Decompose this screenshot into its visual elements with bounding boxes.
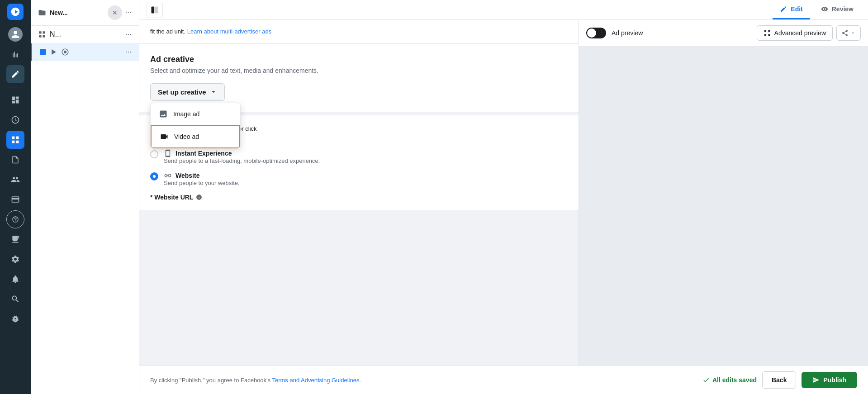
clock-icon[interactable] (6, 111, 24, 129)
website-url-label: * Website URL (150, 194, 568, 201)
grid-item-label: N... (50, 30, 61, 38)
instant-experience-option[interactable]: Instant Experience Send people to a fast… (150, 149, 568, 164)
stats-icon[interactable] (6, 45, 24, 63)
website-sublabel: Send people to your website. (164, 180, 240, 186)
secondary-header-1: New... ✕ ··· (31, 0, 139, 26)
video-ad-icon (159, 131, 170, 142)
help-icon[interactable] (6, 210, 24, 228)
payment-icon[interactable] (6, 190, 24, 209)
saved-status: All edits saved (702, 376, 757, 384)
svg-rect-0 (40, 49, 46, 55)
preview-header-right: Advanced preview (757, 25, 861, 41)
more-options-1[interactable]: ··· (126, 9, 132, 17)
review-tab[interactable]: Review (814, 0, 861, 19)
edit-tab-label: Edit (791, 5, 802, 13)
checkmark-icon (702, 376, 710, 384)
ad-preview-label: Ad preview (612, 29, 643, 37)
more-options-2[interactable]: ··· (126, 30, 132, 38)
share-button[interactable] (836, 25, 861, 41)
chevron-down-icon (210, 88, 217, 95)
website-icon (164, 171, 172, 180)
report-icon[interactable] (6, 230, 24, 248)
settings-icon[interactable] (6, 250, 24, 268)
more-options-3[interactable]: ··· (126, 48, 132, 56)
advanced-preview-button[interactable]: Advanced preview (757, 25, 833, 41)
setup-creative-dropdown: Image ad Video ad (150, 103, 241, 149)
preview-content-area (579, 47, 868, 366)
bell-icon[interactable] (6, 270, 24, 288)
notice-text: fit the ad unit. (150, 28, 185, 35)
ad-creative-subtitle: Select and optimize your ad text, media … (150, 67, 568, 74)
terms-link[interactable]: Terms and Advertising Guidelines. (272, 377, 361, 384)
svg-rect-2 (152, 6, 155, 13)
setup-creative-wrapper: Set up creative Image ad (150, 83, 225, 101)
secondary-item-grid[interactable]: N... ··· (31, 26, 139, 43)
publish-icon (812, 376, 820, 384)
audience-icon[interactable] (6, 171, 24, 189)
grid-icon[interactable] (6, 131, 24, 149)
secondary-item-active[interactable]: ··· (31, 43, 139, 61)
document-icon[interactable] (6, 151, 24, 169)
bottom-bar-actions: All edits saved Back Publish (702, 371, 857, 389)
toggle-knob (587, 28, 596, 38)
image-ad-icon (158, 109, 169, 119)
setup-creative-label: Set up creative (158, 88, 206, 96)
form-panel: fit the ad unit. Learn about multi-adver… (139, 20, 579, 366)
ad-creative-title: Ad creative (150, 55, 568, 64)
website-option[interactable]: Website Send people to your website. (150, 171, 568, 186)
folder-label: New... (50, 9, 68, 16)
content-area: fit the ad unit. Learn about multi-adver… (139, 20, 868, 366)
instant-icon (164, 149, 172, 157)
bottom-bar-terms: By clicking "Publish," you agree to Face… (150, 377, 361, 384)
website-label: Website (175, 172, 199, 179)
edit-review-tabs: Edit Review (139, 0, 868, 20)
review-tab-label: Review (832, 5, 854, 13)
info-icon (196, 194, 202, 200)
instant-sublabel: Send people to a fast-loading, mobile-op… (164, 157, 320, 164)
share-icon (841, 29, 849, 37)
website-radio[interactable] (150, 172, 158, 180)
video-ad-option[interactable]: Video ad (151, 125, 240, 148)
image-ad-label: Image ad (173, 110, 199, 118)
main-content: Edit Review fit the ad unit. Learn about… (139, 0, 868, 394)
sidebar-divider-1 (6, 87, 24, 87)
folder-item[interactable]: New... (38, 9, 68, 17)
learn-link[interactable]: Learn about multi-advertiser ads (187, 28, 271, 35)
image-ad-option[interactable]: Image ad (151, 103, 240, 125)
instant-radio[interactable] (150, 150, 158, 158)
top-notice: fit the ad unit. Learn about multi-adver… (139, 20, 579, 44)
left-sidebar (0, 0, 31, 394)
video-ad-label: Video ad (174, 133, 199, 140)
ad-preview-toggle[interactable] (586, 28, 606, 38)
avatar-icon[interactable] (6, 25, 24, 43)
svg-rect-3 (155, 6, 158, 13)
ad-creative-section: Ad creative Select and optimize your ad … (139, 44, 579, 112)
preview-panel: Ad preview Advanced preview (579, 20, 868, 366)
preview-header-left: Ad preview (586, 28, 643, 38)
advanced-preview-label: Advanced preview (774, 29, 826, 37)
close-button[interactable]: ✕ (108, 5, 122, 20)
edit-tab[interactable]: Edit (773, 0, 810, 19)
search-icon[interactable] (6, 290, 24, 308)
preview-header: Ad preview Advanced preview (579, 20, 868, 47)
dashboard-icon[interactable] (6, 91, 24, 109)
meta-logo[interactable] (7, 4, 24, 20)
secondary-sidebar: New... ✕ ··· N... ··· ··· (31, 0, 139, 394)
bug-icon[interactable] (6, 310, 24, 328)
instant-label: Instant Experience (175, 150, 232, 157)
panel-toggle-button[interactable] (147, 2, 163, 18)
bottom-bar: By clicking "Publish," you agree to Face… (139, 366, 868, 394)
publish-button[interactable]: Publish (802, 372, 857, 388)
expand-icon (764, 29, 771, 37)
back-button[interactable]: Back (762, 371, 796, 389)
edit-icon[interactable] (6, 65, 24, 83)
dropdown-arrow-icon (850, 30, 856, 36)
svg-marker-1 (52, 49, 56, 55)
setup-creative-button[interactable]: Set up creative (150, 83, 225, 101)
